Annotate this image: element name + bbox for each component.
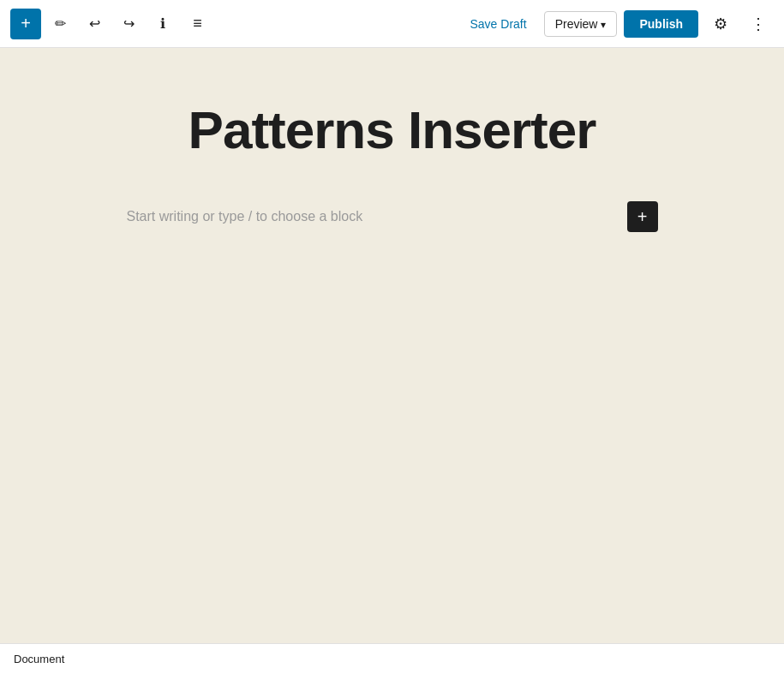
add-block-button[interactable]: + — [10, 9, 41, 39]
document-label: Document — [14, 653, 64, 665]
gear-icon — [714, 15, 727, 33]
undo-icon — [89, 15, 100, 33]
publish-button[interactable]: Publish — [624, 10, 698, 38]
redo-button[interactable] — [113, 9, 144, 39]
settings-button[interactable] — [705, 9, 736, 39]
toolbar: + Save Draft Preview Publish — [0, 0, 784, 48]
editor-block: Start writing or type / to choose a bloc… — [127, 201, 658, 232]
toolbar-right: Save Draft Preview Publish — [460, 9, 775, 39]
edit-button[interactable] — [45, 9, 75, 39]
info-icon — [160, 15, 165, 33]
edit-icon — [55, 15, 66, 33]
editor-placeholder[interactable]: Start writing or type / to choose a bloc… — [127, 209, 627, 224]
list-icon — [193, 15, 201, 33]
more-options-button[interactable] — [743, 9, 774, 39]
plus-icon: + — [21, 14, 31, 33]
toolbar-left: + — [10, 9, 457, 39]
save-draft-button[interactable]: Save Draft — [460, 12, 537, 36]
list-button[interactable] — [182, 9, 212, 39]
add-block-inline-button[interactable] — [627, 201, 658, 232]
page-title[interactable]: Patterns Inserter — [189, 99, 596, 160]
bottom-bar: Document — [0, 643, 784, 674]
info-button[interactable] — [147, 9, 178, 39]
preview-label: Preview — [555, 17, 598, 31]
more-options-icon — [751, 15, 766, 33]
redo-icon — [123, 15, 135, 33]
editor-area: Patterns Inserter Start writing or type … — [0, 48, 784, 643]
undo-button[interactable] — [79, 9, 110, 39]
chevron-down-icon — [601, 17, 606, 31]
preview-button[interactable]: Preview — [544, 11, 618, 37]
block-plus-icon — [637, 207, 648, 227]
